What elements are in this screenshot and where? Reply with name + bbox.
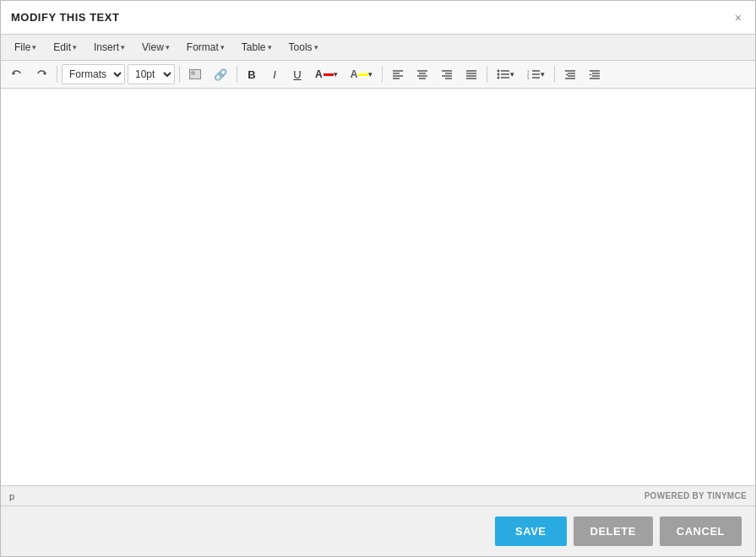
menu-format-arrow: ▾	[220, 43, 225, 51]
insert-image-button[interactable]	[184, 64, 206, 84]
underline-button[interactable]: U	[287, 64, 307, 84]
status-element: p	[9, 491, 14, 501]
justify-icon	[465, 69, 477, 79]
toolbar-divider-3	[237, 66, 237, 83]
menu-table[interactable]: Table ▾	[235, 38, 279, 57]
menu-file[interactable]: File ▾	[8, 38, 43, 57]
unordered-list-button[interactable]: ▾	[492, 64, 519, 84]
toolbar-divider-5	[487, 66, 487, 83]
font-color-button[interactable]: A ▾	[310, 64, 343, 84]
svg-point-18	[498, 70, 500, 73]
redo-button[interactable]	[30, 64, 52, 84]
svg-marker-39	[590, 74, 592, 76]
fontsize-select[interactable]: 10pt	[128, 64, 175, 84]
menu-table-arrow: ▾	[268, 43, 272, 51]
align-center-button[interactable]	[411, 64, 433, 84]
image-icon	[189, 69, 201, 79]
outdent-button[interactable]	[559, 64, 581, 84]
align-right-button[interactable]	[436, 64, 458, 84]
align-right-icon	[441, 69, 453, 79]
font-color-arrow: ▾	[334, 70, 338, 78]
modify-text-dialog: MODIFY THIS TEXT × File ▾ Edit ▾ Insert …	[0, 0, 756, 557]
font-color-swatch	[324, 73, 334, 76]
unordered-list-icon	[497, 69, 510, 79]
ordered-list-icon: 1. 2. 3.	[527, 69, 541, 79]
formats-select[interactable]: Formats	[62, 64, 125, 84]
align-center-icon	[416, 69, 428, 79]
cancel-button[interactable]: CANCEL	[660, 516, 742, 546]
bold-button[interactable]: B	[242, 64, 262, 84]
ordered-list-button[interactable]: 1. 2. 3. ▾	[522, 64, 550, 84]
insert-link-button[interactable]: 🔗	[209, 64, 232, 84]
menu-insert-arrow: ▾	[121, 43, 125, 51]
outdent-icon	[564, 69, 576, 79]
highlight-color-label: A	[351, 68, 358, 80]
highlight-color-arrow: ▾	[368, 70, 373, 78]
menu-edit[interactable]: Edit ▾	[46, 38, 84, 57]
svg-point-19	[498, 73, 500, 76]
menu-insert[interactable]: Insert ▾	[87, 38, 132, 57]
menu-file-arrow: ▾	[32, 43, 36, 51]
justify-button[interactable]	[460, 64, 482, 84]
toolbar-divider-1	[57, 66, 57, 83]
dialog-title: MODIFY THIS TEXT	[11, 11, 119, 24]
svg-point-20	[498, 77, 500, 79]
indent-icon	[589, 69, 601, 79]
menu-format[interactable]: Format ▾	[180, 38, 231, 57]
svg-marker-34	[565, 74, 568, 76]
align-left-icon	[392, 69, 404, 79]
delete-button[interactable]: DELETE	[574, 516, 653, 546]
menu-edit-arrow: ▾	[73, 43, 77, 51]
editor-container: File ▾ Edit ▾ Insert ▾ View ▾ Format ▾ T…	[1, 35, 755, 506]
svg-text:3.: 3.	[527, 76, 530, 80]
font-color-label: A	[315, 68, 323, 80]
indent-button[interactable]	[584, 64, 606, 84]
menu-tools-arrow: ▾	[314, 43, 318, 51]
menu-tools[interactable]: Tools ▾	[282, 38, 325, 57]
editor-area[interactable]	[1, 89, 755, 485]
redo-icon	[35, 68, 47, 80]
undo-icon	[11, 68, 23, 80]
dialog-title-bar: MODIFY THIS TEXT ×	[1, 1, 755, 35]
highlight-color-swatch	[358, 73, 368, 76]
toolbar-divider-2	[179, 66, 180, 83]
unordered-list-arrow: ▾	[510, 70, 514, 78]
link-icon: 🔗	[214, 68, 227, 81]
toolbar-divider-6	[554, 66, 555, 83]
save-button[interactable]: SAVE	[495, 516, 566, 546]
ordered-list-arrow: ▾	[541, 70, 545, 78]
align-left-button[interactable]	[387, 64, 409, 84]
highlight-color-button[interactable]: A ▾	[345, 64, 378, 84]
close-button[interactable]: ×	[732, 10, 745, 25]
italic-button[interactable]: I	[264, 64, 285, 84]
menu-view-arrow: ▾	[166, 43, 170, 51]
toolbar: Formats 10pt 🔗 B I U A	[1, 61, 755, 89]
undo-button[interactable]	[6, 64, 28, 84]
status-bar: p POWERED BY TINYMCE	[1, 485, 755, 506]
menu-bar: File ▾ Edit ▾ Insert ▾ View ▾ Format ▾ T…	[1, 35, 755, 61]
menu-view[interactable]: View ▾	[135, 38, 177, 57]
toolbar-divider-4	[382, 66, 383, 83]
dialog-footer: SAVE DELETE CANCEL	[1, 506, 755, 556]
powered-by: POWERED BY TINYMCE	[645, 491, 747, 500]
